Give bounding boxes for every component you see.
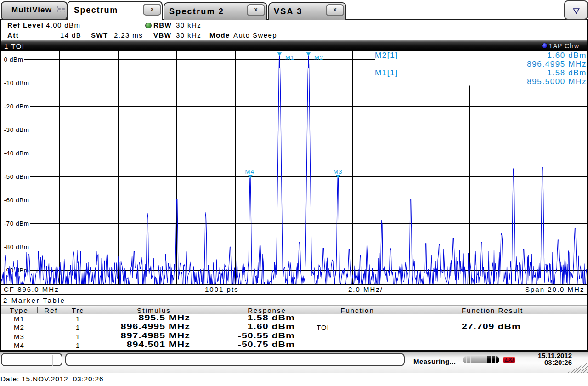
svg-text:-20 dBm: -20 dBm <box>4 103 29 110</box>
svg-text:-40 dBm: -40 dBm <box>4 150 29 157</box>
svg-text:1.60 dBm: 1.60 dBm <box>547 51 587 60</box>
svg-text:M3: M3 <box>334 168 343 175</box>
svg-text:895.5000 MHz: 895.5000 MHz <box>527 77 587 86</box>
svg-text:0 dBm: 0 dBm <box>4 56 23 63</box>
svg-text:-70 dBm: -70 dBm <box>4 220 29 227</box>
svg-text:-10 dBm: -10 dBm <box>4 79 29 86</box>
svg-text:M1: M1 <box>285 54 294 61</box>
svg-text:M2[1]: M2[1] <box>375 51 398 60</box>
svg-text:-30 dBm: -30 dBm <box>4 126 29 133</box>
svg-text:-60 dBm: -60 dBm <box>4 197 29 204</box>
svg-text:M2: M2 <box>314 54 323 61</box>
svg-text:-80 dBm: -80 dBm <box>4 244 29 250</box>
svg-text:896.4995 MHz: 896.4995 MHz <box>527 60 587 68</box>
svg-text:1.58 dBm: 1.58 dBm <box>547 68 587 77</box>
svg-text:-50 dBm: -50 dBm <box>4 173 29 180</box>
svg-text:M1[1]: M1[1] <box>375 68 398 77</box>
svg-text:M4: M4 <box>245 168 254 175</box>
